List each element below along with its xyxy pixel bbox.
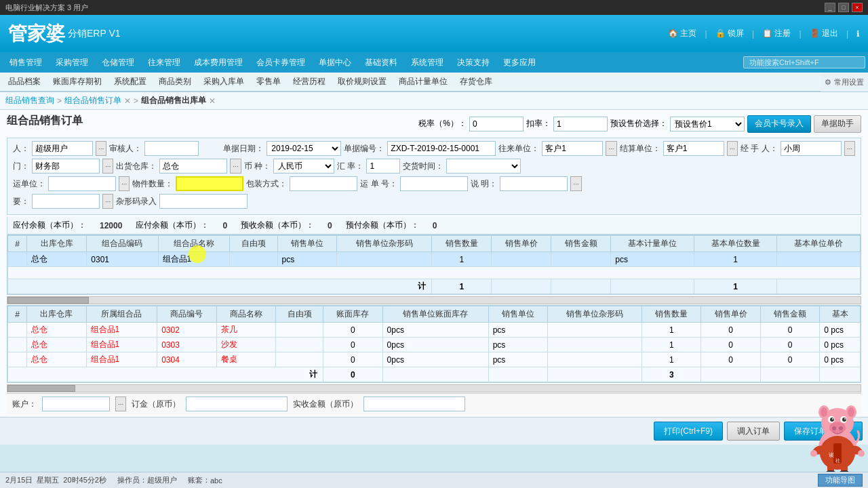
sub-stock-init[interactable]: 账面库存期初	[47, 74, 107, 90]
ship-unit-input[interactable]	[48, 176, 116, 191]
order-assistant-btn[interactable]: 单据助手	[814, 115, 861, 133]
settlement-select-btn[interactable]: ···	[727, 141, 738, 156]
settlement-label: 结算单位：	[620, 143, 660, 155]
discount-input[interactable]	[553, 117, 608, 131]
dept-input[interactable]	[32, 159, 100, 174]
note-label: 说 明：	[471, 178, 497, 190]
part-count-input[interactable]	[176, 176, 243, 191]
ship-unit-select-btn[interactable]: ···	[119, 176, 130, 191]
product-row-2[interactable]: 总仓 组合品1 0303 沙发 0 0pcs pcs 1 0 0 0 pcs	[8, 338, 861, 352]
pending-value: 0	[433, 221, 437, 230]
breadcrumb-current: 组合品销售出库单	[141, 95, 206, 106]
order-deposit-input[interactable]	[186, 396, 288, 411]
nav-more[interactable]: 更多应用	[496, 52, 542, 73]
maximize-btn[interactable]: □	[838, 3, 849, 12]
status-day: 星期五	[37, 475, 59, 485]
info-link[interactable]: ℹ	[856, 29, 860, 39]
nav-cost[interactable]: 成本费用管理	[187, 52, 250, 73]
required-input[interactable]	[32, 194, 100, 209]
breadcrumb-item-1[interactable]: 组品销售查询	[5, 95, 54, 106]
function-map-btn[interactable]: 功能导图	[818, 474, 863, 487]
nav-orders[interactable]: 单据中心	[312, 52, 358, 73]
table-row[interactable]: 总仓 0301 组合品1 pcs 1 pcs 1	[8, 252, 861, 267]
status-operator-label: 操作员：	[117, 475, 147, 485]
top-buttons: 税率（%）： 扣率： 预设售价选择： 预设售价1 预设售价2 会员卡号录入 单据…	[398, 115, 861, 133]
nav-purchase[interactable]: 采购管理	[49, 52, 95, 73]
reviewer-input[interactable]	[144, 141, 199, 156]
packaging-input[interactable]	[290, 176, 357, 191]
order-deposit-label: 订金（原币）	[132, 399, 180, 410]
th2-unit-code: 销售单位杂形码	[548, 306, 642, 323]
currency-select[interactable]: 人民币	[273, 159, 334, 174]
nav-decision[interactable]: 决策支持	[450, 52, 496, 73]
breadcrumb-close-icon[interactable]: ✕	[124, 96, 131, 106]
table2-scrollbar[interactable]	[7, 384, 861, 392]
account-select-btn[interactable]: ···	[115, 396, 126, 411]
warehouse-input[interactable]	[159, 159, 227, 174]
breadcrumb-close-icon-2[interactable]: ✕	[209, 96, 216, 106]
sub-products[interactable]: 品品档案	[3, 74, 46, 90]
tax-rate-input[interactable]	[469, 117, 524, 131]
nav-warehouse[interactable]: 仓储管理	[95, 52, 141, 73]
nav-basic[interactable]: 基础资料	[358, 52, 404, 73]
warehouse-select-btn[interactable]: ···	[230, 159, 241, 174]
home-link[interactable]: 🏠 主页	[668, 28, 696, 39]
sub-price-rules[interactable]: 取价规则设置	[332, 74, 392, 90]
date-select[interactable]: 2019-02-15	[267, 141, 341, 156]
operator-select-btn[interactable]: ···	[96, 141, 106, 156]
exchange-input[interactable]	[366, 159, 400, 174]
lock-link[interactable]: 🔒 锁屏	[715, 28, 744, 39]
sub-purchase-in[interactable]: 采购入库单	[198, 74, 250, 90]
received-input[interactable]	[363, 396, 465, 411]
product-row-1[interactable]: 总仓 组合品1 0302 茶几 0 0pcs pcs 1 0 0 0 pcs	[8, 323, 861, 338]
balance-label: 应付余额（本币）：	[13, 220, 86, 231]
bill-no-input[interactable]	[400, 176, 468, 191]
breadcrumb-item-2[interactable]: 组合品销售订单	[64, 95, 121, 106]
minimize-btn[interactable]: _	[825, 3, 835, 12]
th-unit: 销售单位	[277, 236, 337, 252]
order-no-input[interactable]	[387, 141, 496, 156]
function-search[interactable]	[743, 56, 865, 68]
required-select-btn[interactable]: ···	[102, 194, 113, 209]
packaging-label: 包装方式：	[246, 178, 287, 190]
table1-scrollbar[interactable]	[7, 296, 861, 304]
sub-retail[interactable]: 零售单	[251, 74, 286, 90]
dept-select-btn[interactable]: ···	[102, 159, 113, 174]
counterpart-input[interactable]	[542, 141, 603, 156]
order-no-label: 单据编号：	[344, 143, 384, 155]
sub-history[interactable]: 经营历程	[288, 74, 331, 90]
import-btn[interactable]: 调入订单	[727, 422, 780, 441]
sub-warehouse[interactable]: 存货仓库	[454, 74, 498, 90]
product-table: # 出库仓库 所属组合品 商品编号 商品名称 自由项 账面库存 销售单位账面库存…	[7, 305, 861, 383]
price-select[interactable]: 预设售价1 预设售价2	[670, 117, 745, 131]
sub-category[interactable]: 商品类别	[153, 74, 197, 90]
account-input[interactable]	[42, 396, 110, 411]
sub-sys-config[interactable]: 系统配置	[108, 74, 152, 90]
logout-link[interactable]: 🚪 退出	[810, 28, 838, 39]
nav-system[interactable]: 系统管理	[404, 52, 450, 73]
register-link[interactable]: 📋 注册	[762, 28, 791, 39]
settlement-input[interactable]	[663, 141, 724, 156]
barcode-input[interactable]	[159, 194, 248, 209]
sub-units[interactable]: 商品计量单位	[393, 74, 453, 90]
product-row-3[interactable]: 总仓 组合品1 0304 餐桌 0 0pcs pcs 1 0 0 0 pcs	[8, 352, 861, 367]
handler-select-btn[interactable]: ···	[844, 141, 855, 156]
print-btn[interactable]: 打印(Ctrl+F9)	[654, 422, 723, 441]
breadcrumb: 组品销售查询 > 组合品销售订单 ✕ > 组合品销售出库单 ✕	[0, 92, 868, 110]
nav-member[interactable]: 会员卡券管理	[250, 52, 312, 73]
note-input[interactable]	[500, 176, 568, 191]
operator-input[interactable]	[32, 141, 93, 156]
handler-input[interactable]	[781, 141, 842, 156]
tax-label: 税率（%）：	[418, 118, 467, 129]
nav-transactions[interactable]: 往来管理	[141, 52, 187, 73]
settings-btn[interactable]: ⚙ 常用设置	[821, 73, 868, 92]
sub-nav: 品品档案 账面库存期初 系统配置 商品类别 采购入库单 零售单 经营历程 取价规…	[0, 73, 821, 92]
note-select-btn[interactable]: ···	[570, 176, 581, 191]
th2-price: 销售单价	[701, 306, 760, 323]
row-unit-code	[337, 252, 432, 267]
member-card-btn[interactable]: 会员卡号录入	[747, 115, 811, 133]
transaction-time-select[interactable]	[446, 159, 521, 174]
counterpart-select-btn[interactable]: ···	[606, 141, 616, 156]
close-btn[interactable]: ×	[852, 3, 863, 12]
nav-sales[interactable]: 销售管理	[3, 52, 49, 73]
